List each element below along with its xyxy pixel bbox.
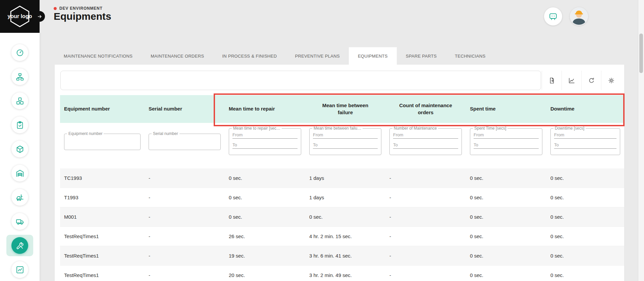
- column-header[interactable]: Mean time to repair: [225, 106, 305, 112]
- user-avatar-button[interactable]: [570, 7, 588, 25]
- filter-from-input[interactable]: [474, 132, 539, 139]
- filter-to-input[interactable]: [232, 142, 298, 149]
- filter-from-input[interactable]: [232, 132, 298, 139]
- tab-preventive-plans[interactable]: PREVENTIVE PLANS: [286, 47, 348, 65]
- table-cell: 0 sec.: [466, 195, 546, 200]
- env-label: DEV ENVIRONMENT: [59, 6, 103, 11]
- tab-maintenance-notifications[interactable]: MAINTENANCE NOTIFICATIONS: [55, 47, 142, 65]
- table-cell: 0 sec.: [546, 253, 624, 259]
- table-cell: -: [145, 233, 225, 239]
- column-header[interactable]: Serial number: [145, 106, 225, 112]
- filter-label: Serial number: [152, 131, 179, 136]
- environment-indicator: DEV ENVIRONMENT: [54, 6, 103, 11]
- filter-from-input[interactable]: [554, 132, 616, 139]
- table-cell: -: [385, 214, 466, 220]
- table-row[interactable]: T1993-0 sec.1 days-0 sec.0 sec.: [60, 188, 624, 207]
- table-cell: 0 sec.: [305, 214, 385, 220]
- tab-in-process-finished[interactable]: IN PROCESS & FINISHED: [213, 47, 286, 65]
- table-row[interactable]: TC1993-0 sec.1 days-0 sec.0 sec.: [60, 168, 624, 188]
- filter-label: Mean time to repair [sec…: [232, 126, 282, 131]
- filter-box: Downtime [secs]: [550, 128, 620, 155]
- table-header-row: Equipment numberSerial numberMean time t…: [60, 95, 624, 123]
- sidebar-nav: [0, 33, 40, 281]
- table-cell: M001: [60, 214, 145, 220]
- sidebar-item-production[interactable]: [0, 89, 40, 113]
- filter-label: Mean time between failu…: [312, 126, 363, 131]
- table-cell: -: [145, 214, 225, 220]
- table-cell: 0 sec.: [225, 214, 305, 220]
- forklift-icon: [11, 189, 28, 206]
- warehouse-icon: [11, 165, 28, 182]
- sidebar-item-warehouse[interactable]: [0, 161, 40, 185]
- table-toolbar: [55, 65, 624, 95]
- support-chat-button[interactable]: [544, 7, 562, 25]
- filter-box: Mean time to repair [sec…: [229, 128, 301, 155]
- clipboard-icon: [11, 117, 28, 133]
- column-header[interactable]: Spent time: [466, 106, 546, 112]
- filter-to-input[interactable]: [474, 142, 539, 149]
- tools-icon: [11, 237, 28, 254]
- table-cell: -: [385, 253, 466, 259]
- filter-cell: Equipment number: [60, 128, 145, 150]
- filter-cell: Downtime [secs]: [546, 128, 624, 155]
- tab-technicians[interactable]: TECHNICIANS: [446, 47, 494, 65]
- table-cell: 0 sec.: [225, 195, 305, 200]
- filter-label: Number of Maintenance: [392, 126, 438, 131]
- table-cell: 19 sec.: [225, 253, 305, 259]
- table-row[interactable]: TestReqTimes1-26 sec.4 hr. 2 min. 15 sec…: [60, 227, 624, 246]
- sidebar-item-checklists[interactable]: [0, 113, 40, 137]
- table-cell: 0 sec.: [466, 233, 546, 239]
- gauge-icon: [11, 44, 28, 61]
- page-title: Equipments: [54, 11, 111, 22]
- table-cell: -: [145, 195, 225, 200]
- tab-equipments[interactable]: EQUIPMENTS: [349, 47, 397, 65]
- table-cell: 1 days: [305, 175, 385, 181]
- table-cell: -: [145, 272, 225, 278]
- table-cell: 0 sec.: [466, 175, 546, 181]
- filter-text-input[interactable]: [149, 134, 220, 150]
- sidebar-item-inventory[interactable]: [0, 137, 40, 161]
- filter-from-input[interactable]: [313, 132, 378, 139]
- tab-bar: MAINTENANCE NOTIFICATIONSMAINTENANCE ORD…: [55, 47, 494, 65]
- table-cell: 0 sec.: [546, 272, 624, 278]
- export-button[interactable]: [542, 71, 561, 90]
- column-header[interactable]: Mean time between failure: [305, 102, 385, 116]
- export-icon: [548, 77, 555, 84]
- table-row[interactable]: TestReqTimes1-19 sec.3 hr. 6 min. 41 sec…: [60, 246, 624, 266]
- sidebar-item-forklift[interactable]: [0, 185, 40, 209]
- table-cell: -: [385, 272, 466, 278]
- scrollbar-thumb[interactable]: [639, 33, 643, 73]
- sidebar-item-maintenance[interactable]: [0, 233, 40, 258]
- column-header[interactable]: Count of maintenance orders: [385, 102, 466, 116]
- filter-from-input[interactable]: [393, 132, 458, 139]
- sidebar-collapse-button[interactable]: [34, 11, 45, 22]
- filter-to-input[interactable]: [313, 142, 378, 149]
- sidebar-item-reports[interactable]: [0, 258, 40, 281]
- tab-maintenance-orders[interactable]: MAINTENANCE ORDERS: [142, 47, 213, 65]
- filter-to-input[interactable]: [554, 142, 616, 149]
- filter-cell: Number of Maintenance: [385, 128, 466, 155]
- filter-text-input[interactable]: [64, 134, 140, 150]
- filter-cell: Mean time to repair [sec…: [225, 128, 305, 155]
- column-header[interactable]: Equipment number: [60, 106, 145, 112]
- filter-to-input[interactable]: [393, 142, 458, 149]
- sidebar-item-logistics[interactable]: [0, 209, 40, 233]
- arrow-right-icon: [37, 14, 42, 19]
- table-cell: TestReqTimes1: [60, 253, 145, 259]
- chart-icon: [11, 261, 28, 278]
- logo: your logo: [0, 0, 40, 33]
- sidebar-item-workflows[interactable]: [0, 65, 40, 89]
- refresh-button[interactable]: [581, 71, 601, 90]
- vertical-scrollbar[interactable]: [638, 0, 644, 281]
- table-filter-bar[interactable]: [60, 71, 541, 90]
- column-header[interactable]: Downtime: [546, 106, 624, 112]
- filter-box: Equipment number: [64, 134, 141, 150]
- analytics-button[interactable]: [561, 71, 581, 90]
- settings-button[interactable]: [601, 71, 621, 90]
- sidebar-item-dashboard[interactable]: [0, 41, 40, 65]
- table-cell: 26 sec.: [225, 233, 305, 239]
- table-row[interactable]: TestReqTimes1-20 sec.3 hr. 2 min. 49 sec…: [60, 266, 624, 281]
- table-cell: 4 hr. 2 min. 15 sec.: [305, 233, 385, 239]
- table-row[interactable]: M001-0 sec.0 sec.-0 sec.0 sec.: [60, 207, 624, 227]
- tab-spare-parts[interactable]: SPARE PARTS: [397, 47, 446, 65]
